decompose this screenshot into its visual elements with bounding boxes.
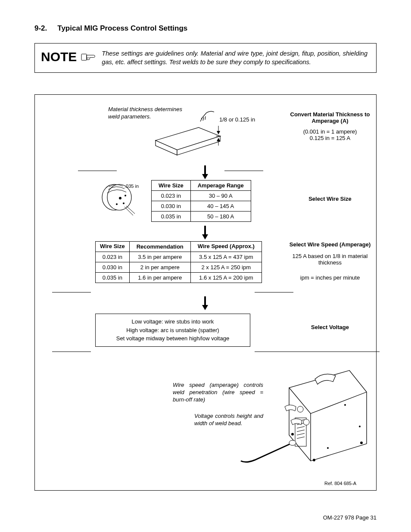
t3-r2c3: 2 x 125 A = 250 ipm <box>190 262 262 273</box>
plate-icon <box>147 119 224 162</box>
t2-h2: Amperage Range <box>190 180 251 191</box>
t3-r3c1: 0.035 in <box>96 273 130 283</box>
wire-speed-table: Wire Size Recommendation Wire Speed (App… <box>95 241 262 283</box>
thickness-bracket-icon <box>215 125 222 146</box>
t2-r2c1: 0.030 in <box>152 201 191 212</box>
t3-h1: Wire Size <box>96 242 130 252</box>
svg-point-33 <box>360 442 363 444</box>
svg-point-35 <box>289 440 296 445</box>
reference-number: Ref. 804 685-A <box>324 481 356 486</box>
t3-r3c2: 1.6 in per ampere <box>129 273 190 283</box>
section-heading: 9-2. Typical MIG Process Control Setting… <box>34 24 377 33</box>
note-body: These settings are guidelines only. Mate… <box>102 44 376 72</box>
svg-point-18 <box>125 195 126 196</box>
svg-point-32 <box>313 459 315 461</box>
svg-marker-9 <box>217 138 220 141</box>
voltage-line3: Set voltage midway between high/low volt… <box>101 334 245 343</box>
arrow-down-icon <box>201 296 209 310</box>
note-box: NOTE These settings are guidelines only.… <box>34 43 377 73</box>
t2-r2c2: 40 – 145 A <box>190 201 251 212</box>
svg-point-34 <box>291 433 294 436</box>
step1-side-line2: 0.125 in = 125 A <box>285 135 375 141</box>
step1-side-line1: (0.001 in = 1 ampere) <box>285 128 375 135</box>
point-finger-icon <box>81 52 96 62</box>
svg-marker-12 <box>202 174 208 179</box>
step4-side-title: Select Voltage <box>285 324 375 330</box>
step3-side-line1: 125 A based on 1/8 in material thickness <box>285 253 375 266</box>
step1-side-title: Convert Material Thickness to Amperage (… <box>285 111 375 124</box>
note-label: NOTE <box>41 50 77 64</box>
svg-point-15 <box>119 197 121 199</box>
t3-h2: Recommendation <box>129 242 190 252</box>
point-hand-icon <box>199 110 216 123</box>
svg-marker-7 <box>217 131 220 134</box>
t3-r1c1: 0.023 in <box>96 252 130 262</box>
svg-point-36 <box>344 404 346 406</box>
t3-r3c3: 1.6 x 125 A = 200 ipm <box>190 273 262 283</box>
svg-marker-22 <box>202 305 208 310</box>
t2-r1c2: 30 – 90 A <box>190 191 251 201</box>
svg-point-16 <box>123 202 125 204</box>
voltage-line2: High voltage: arc is unstable (spatter) <box>101 326 245 335</box>
t3-r2c1: 0.030 in <box>96 262 130 273</box>
svg-point-31 <box>303 419 309 425</box>
voltage-line1: Low voltage: wire stubs into work <box>101 317 245 326</box>
svg-point-38 <box>327 447 329 449</box>
t3-r1c2: 3.5 in per ampere <box>129 252 190 262</box>
section-title: Typical MIG Process Control Settings <box>57 24 187 33</box>
page: 9-2. Typical MIG Process Control Setting… <box>0 0 411 532</box>
arrow-down-icon <box>201 225 209 240</box>
spool-size-label: .035 in <box>125 184 139 189</box>
svg-point-30 <box>297 406 303 412</box>
t3-h3: Wire Speed (Approx.) <box>190 242 262 252</box>
t2-r3c2: 50 – 180 A <box>190 212 251 222</box>
svg-marker-20 <box>202 234 208 240</box>
step2-side-title: Select Wire Size <box>285 196 375 202</box>
step3-side-line2: ipm = inches per minute <box>285 274 375 281</box>
material-caption: Material thickness determines weld param… <box>108 106 194 121</box>
wire-amperage-table: Wire SizeAmperage Range 0.023 in30 – 90 … <box>151 180 251 222</box>
t2-h1: Wire Size <box>152 180 191 191</box>
diagram-box: Material thickness determines weld param… <box>34 94 377 491</box>
section-number: 9-2. <box>34 24 47 33</box>
thickness-callout: 1/8 or 0.125 in <box>219 116 255 123</box>
note-label-cell: NOTE <box>35 44 102 70</box>
t2-r1c1: 0.023 in <box>152 191 191 201</box>
welder-machine-icon <box>237 366 375 470</box>
step3-side-title: Select Wire Speed (Amperage) <box>285 241 375 248</box>
voltage-box: Low voltage: wire stubs into work High v… <box>95 314 250 347</box>
svg-rect-0 <box>81 54 87 60</box>
svg-point-17 <box>116 203 118 205</box>
t3-r2c2: 2 in per ampere <box>129 262 190 273</box>
svg-point-37 <box>359 426 361 427</box>
t3-r1c3: 3.5 x 125 A = 437 ipm <box>190 252 262 262</box>
t2-r3c1: 0.035 in <box>152 212 191 222</box>
arrow-down-icon <box>201 165 209 179</box>
page-number: OM-227 978 Page 31 <box>323 514 377 521</box>
